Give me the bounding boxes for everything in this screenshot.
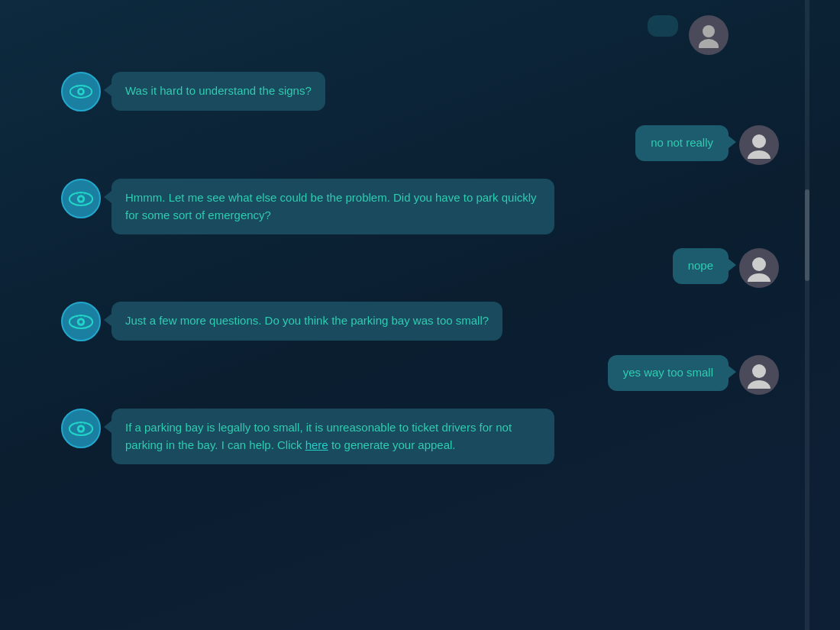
svg-line-14 — [76, 192, 77, 194]
svg-point-8 — [752, 134, 766, 148]
svg-line-15 — [85, 192, 86, 194]
user-bubble-2: no not really — [635, 125, 729, 161]
scrollbar-track[interactable] — [805, 0, 809, 630]
svg-point-12 — [79, 197, 83, 201]
svg-point-17 — [748, 273, 771, 282]
svg-point-4 — [79, 90, 82, 93]
bot-bubble-1: Was it hard to understand the signs? — [111, 72, 325, 111]
svg-line-31 — [85, 422, 86, 424]
message-row-7: If a parking bay is legally too small, i… — [61, 409, 779, 464]
user-bubble-6: yes way too small — [608, 355, 729, 391]
bot-avatar-3 — [61, 179, 101, 218]
partial-top-row — [61, 15, 779, 55]
bot-avatar-1 — [61, 72, 101, 111]
user-message-4-text: nope — [688, 259, 713, 272]
partial-bubble — [648, 15, 678, 37]
user-avatar-top — [689, 15, 729, 55]
svg-point-25 — [748, 380, 771, 389]
svg-point-0 — [703, 25, 715, 37]
svg-line-30 — [76, 422, 77, 424]
svg-point-20 — [79, 320, 83, 324]
svg-line-23 — [85, 315, 86, 317]
message-row-6: yes way too small — [61, 355, 779, 395]
svg-point-16 — [752, 257, 766, 271]
svg-point-9 — [748, 150, 771, 159]
chat-container: Was it hard to understand the signs? no … — [0, 0, 840, 630]
user-message-6-text: yes way too small — [623, 366, 713, 379]
message-row-5: Just a few more questions. Do you think … — [61, 302, 779, 341]
bot-bubble-3: Hmmm. Let me see what else could be the … — [111, 179, 554, 234]
svg-line-7 — [84, 86, 85, 87]
bot-bubble-5: Just a few more questions. Do you think … — [111, 302, 502, 341]
bot-message-1-text: Was it hard to understand the signs? — [125, 84, 312, 97]
bot-message-5-text: Just a few more questions. Do you think … — [125, 314, 489, 327]
user-bubble-4: nope — [673, 248, 729, 284]
appeal-link[interactable]: here — [305, 438, 328, 451]
message-row-2: no not really — [61, 125, 779, 165]
user-message-2-text: no not really — [651, 136, 713, 149]
message-row-1: Was it hard to understand the signs? — [61, 72, 779, 111]
bot-message-7-text-after: to generate your appeal. — [331, 438, 456, 451]
bot-bubble-7: If a parking bay is legally too small, i… — [111, 409, 554, 464]
user-avatar-4 — [739, 248, 779, 288]
scrollbar-thumb[interactable] — [805, 189, 809, 281]
svg-line-6 — [77, 86, 78, 87]
user-avatar-6 — [739, 355, 779, 395]
bot-avatar-7 — [61, 409, 101, 448]
message-row-3: Hmmm. Let me see what else could be the … — [61, 179, 779, 234]
message-row-4: nope — [61, 248, 779, 288]
svg-point-28 — [79, 427, 83, 431]
svg-point-1 — [699, 39, 719, 48]
user-avatar-2 — [739, 125, 779, 165]
svg-point-24 — [752, 364, 766, 378]
bot-message-3-text: Hmmm. Let me see what else could be the … — [125, 191, 537, 221]
bot-avatar-5 — [61, 302, 101, 341]
svg-line-22 — [76, 315, 77, 317]
